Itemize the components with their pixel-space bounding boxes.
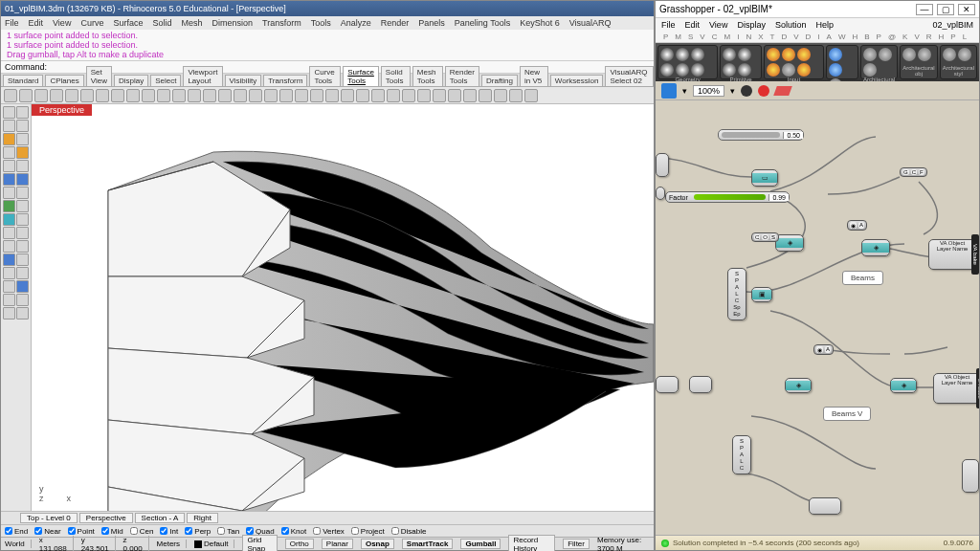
component-node[interactable]: ◈ xyxy=(785,378,812,393)
menu-transform[interactable]: Transform xyxy=(262,18,301,28)
tool-icon[interactable] xyxy=(65,89,78,102)
cat-tab[interactable]: C xyxy=(712,33,718,41)
va-object-node[interactable]: VA Object Layer Name xyxy=(928,239,976,270)
multiparam-node[interactable]: SPALC xyxy=(732,435,751,474)
gh-menu-file[interactable]: File xyxy=(661,20,676,30)
component-node[interactable] xyxy=(656,187,665,200)
cat-tab[interactable]: D xyxy=(806,33,812,41)
component-icon[interactable] xyxy=(767,48,780,61)
preview-shade-icon[interactable] xyxy=(758,85,769,97)
ribbon-archstyle[interactable]: Architectural styl xyxy=(940,45,977,79)
tool-icon[interactable] xyxy=(249,89,262,102)
menu-surface[interactable]: Surface xyxy=(113,18,143,28)
side-icon[interactable] xyxy=(16,200,29,212)
component-icon[interactable] xyxy=(958,48,971,61)
tool-icon[interactable] xyxy=(356,89,369,102)
rhino-menubar[interactable]: File Edit View Curve Surface Solid Mesh … xyxy=(1,16,654,30)
tool-icon[interactable] xyxy=(126,89,140,102)
gh-menu-view[interactable]: View xyxy=(709,20,727,30)
tool-icon[interactable] xyxy=(34,89,48,102)
tab-transform[interactable]: Transform xyxy=(263,75,307,86)
tool-icon[interactable] xyxy=(157,89,170,102)
component-icon[interactable] xyxy=(660,48,674,61)
cat-tab[interactable]: @ xyxy=(888,33,896,41)
component-icon[interactable] xyxy=(782,63,795,77)
toggle-gridsnap[interactable]: Grid Snap xyxy=(242,535,277,552)
cat-tab[interactable]: K xyxy=(902,33,907,41)
side-icon[interactable] xyxy=(3,213,15,226)
side-icon[interactable] xyxy=(16,187,29,199)
menu-curve[interactable]: Curve xyxy=(80,18,103,28)
component-icon[interactable] xyxy=(918,48,931,61)
tab-cplanes[interactable]: CPlanes xyxy=(45,75,83,86)
side-icon[interactable] xyxy=(16,173,29,186)
menu-tools[interactable]: Tools xyxy=(311,18,331,28)
component-icon[interactable] xyxy=(943,48,956,61)
component-icon[interactable] xyxy=(691,48,704,61)
cat-tab[interactable]: N xyxy=(746,33,751,41)
side-icon[interactable] xyxy=(16,146,29,159)
cat-tab[interactable]: X xyxy=(758,33,763,41)
side-icon[interactable] xyxy=(16,120,29,132)
side-icon[interactable] xyxy=(3,253,15,266)
vtab-persp[interactable]: Perspective xyxy=(79,513,133,523)
menu-view[interactable]: View xyxy=(53,18,71,28)
component-icon[interactable] xyxy=(676,48,689,61)
tab-display[interactable]: Display xyxy=(114,75,148,86)
toggle-filter[interactable]: Filter xyxy=(563,539,590,549)
tool-icon[interactable] xyxy=(142,89,155,102)
tab-drafting[interactable]: Drafting xyxy=(481,75,518,86)
osnap-project[interactable]: Project xyxy=(351,527,385,536)
sketch-icon[interactable] xyxy=(773,86,792,96)
cat-tab[interactable]: M xyxy=(675,33,681,41)
component-node[interactable] xyxy=(809,497,841,515)
side-icon[interactable] xyxy=(3,240,15,253)
cat-tab[interactable]: W xyxy=(838,33,846,41)
tab-visualarq[interactable]: VisualARQ Select 02 xyxy=(605,66,654,86)
side-icon[interactable] xyxy=(16,106,29,119)
dropdown-icon[interactable]: ▾ xyxy=(682,86,687,96)
side-icon[interactable] xyxy=(3,146,15,159)
side-icon[interactable] xyxy=(3,133,15,145)
side-icon[interactable] xyxy=(3,173,15,186)
tab-visibility[interactable]: Visibility xyxy=(225,75,262,86)
component-icon[interactable] xyxy=(660,63,674,77)
tab-curvetools[interactable]: Curve Tools xyxy=(309,66,341,86)
cat-tab[interactable]: S xyxy=(688,33,693,41)
component-icon[interactable] xyxy=(738,63,751,77)
gh-menu-solution[interactable]: Solution xyxy=(775,20,807,30)
tool-icon[interactable] xyxy=(4,89,17,102)
maximize-button[interactable]: ▢ xyxy=(937,4,954,15)
side-icon[interactable] xyxy=(3,200,15,212)
preview-off-icon[interactable] xyxy=(741,85,752,97)
menu-keyshot[interactable]: KeyShot 6 xyxy=(520,18,560,28)
panel-beams-v[interactable]: Beams V xyxy=(823,407,871,421)
va-object-node[interactable]: VA Object Layer Name xyxy=(933,373,979,404)
component-icon[interactable] xyxy=(723,48,736,61)
toggle-planar[interactable]: Planar xyxy=(322,539,353,549)
cat-tab[interactable]: M xyxy=(724,33,730,41)
side-icon[interactable] xyxy=(3,307,15,320)
component-icon[interactable] xyxy=(863,48,877,61)
panel-beams[interactable]: Beams xyxy=(842,271,883,285)
menu-panelingtools[interactable]: Paneling Tools xyxy=(455,18,510,28)
menu-dimension[interactable]: Dimension xyxy=(212,18,253,28)
osnap-near[interactable]: Near xyxy=(34,527,60,536)
side-icon[interactable] xyxy=(3,160,15,172)
gh-menu-display[interactable]: Display xyxy=(737,20,766,30)
cat-tab[interactable]: T xyxy=(770,33,775,41)
tab-surfacetools[interactable]: Surface Tools xyxy=(343,66,379,86)
tool-icon[interactable] xyxy=(325,89,339,102)
osnap-end[interactable]: End xyxy=(5,527,28,536)
component-node[interactable]: ▭ xyxy=(751,169,778,187)
capsule-gcf[interactable]: GCF xyxy=(900,167,927,177)
menu-file[interactable]: File xyxy=(5,18,19,28)
tool-icon[interactable] xyxy=(371,89,385,102)
side-icon[interactable] xyxy=(16,307,29,320)
cat-tab[interactable]: I xyxy=(737,33,739,41)
toggle-gumball[interactable]: Gumball xyxy=(460,539,501,549)
menu-solid[interactable]: Solid xyxy=(152,18,171,28)
rhino-toolbar[interactable] xyxy=(1,87,654,104)
side-icon[interactable] xyxy=(16,213,29,226)
component-node[interactable]: ◈ xyxy=(775,234,804,252)
